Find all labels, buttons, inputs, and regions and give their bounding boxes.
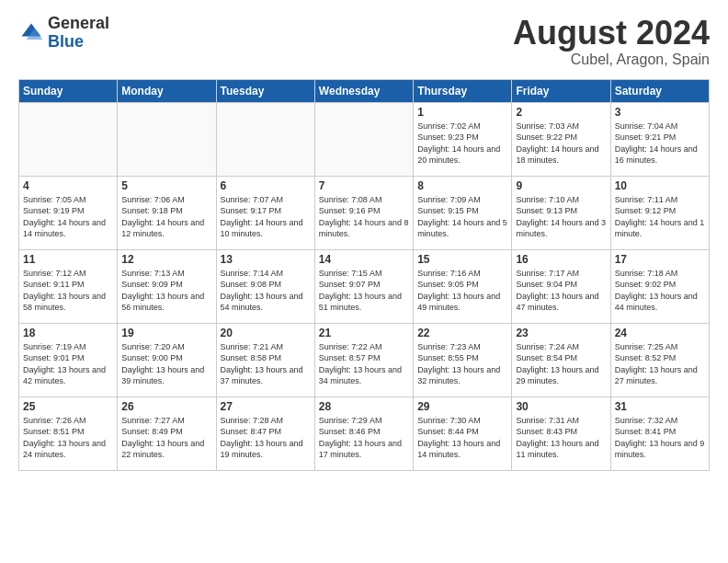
day-number: 5 — [121, 179, 211, 192]
calendar-day-cell: 26Sunrise: 7:27 AM Sunset: 8:49 PM Dayli… — [118, 396, 216, 470]
day-number: 27 — [221, 400, 311, 413]
calendar-day-header: Sunday — [19, 79, 118, 102]
day-number: 11 — [23, 253, 113, 266]
calendar-day-cell: 3Sunrise: 7:04 AM Sunset: 9:21 PM Daylig… — [610, 102, 709, 176]
calendar-day-cell: 16Sunrise: 7:17 AM Sunset: 9:04 PM Dayli… — [512, 249, 610, 323]
calendar-table: SundayMondayTuesdayWednesdayThursdayFrid… — [18, 79, 710, 471]
day-info: Sunrise: 7:09 AM Sunset: 9:15 PM Dayligh… — [417, 194, 507, 240]
calendar-day-cell: 15Sunrise: 7:16 AM Sunset: 9:05 PM Dayli… — [414, 249, 512, 323]
calendar-header-row: SundayMondayTuesdayWednesdayThursdayFrid… — [19, 79, 710, 102]
day-number: 12 — [121, 253, 211, 266]
day-info: Sunrise: 7:18 AM Sunset: 9:02 PM Dayligh… — [615, 268, 705, 314]
day-number: 18 — [23, 327, 113, 339]
main-title: August 2024 — [513, 15, 710, 52]
day-info: Sunrise: 7:07 AM Sunset: 9:17 PM Dayligh… — [221, 194, 311, 240]
calendar-day-cell: 28Sunrise: 7:29 AM Sunset: 8:46 PM Dayli… — [314, 396, 413, 470]
day-number: 17 — [615, 253, 705, 266]
day-info: Sunrise: 7:21 AM Sunset: 8:58 PM Dayligh… — [221, 341, 311, 387]
calendar-day-cell — [216, 102, 314, 176]
day-number: 13 — [221, 253, 311, 266]
page: General Blue August 2024 Cubel, Aragon, … — [0, 0, 728, 563]
calendar-day-cell: 31Sunrise: 7:32 AM Sunset: 8:41 PM Dayli… — [610, 396, 709, 470]
day-info: Sunrise: 7:15 AM Sunset: 9:07 PM Dayligh… — [319, 268, 409, 314]
calendar-day-cell: 30Sunrise: 7:31 AM Sunset: 8:43 PM Dayli… — [512, 396, 610, 470]
day-number: 10 — [615, 179, 705, 192]
day-number: 25 — [23, 400, 113, 413]
calendar-day-header: Wednesday — [314, 79, 413, 102]
calendar-day-cell: 19Sunrise: 7:20 AM Sunset: 9:00 PM Dayli… — [118, 323, 216, 396]
calendar-day-cell — [118, 102, 216, 176]
calendar-day-cell: 17Sunrise: 7:18 AM Sunset: 9:02 PM Dayli… — [610, 249, 709, 323]
calendar-day-cell: 29Sunrise: 7:30 AM Sunset: 8:44 PM Dayli… — [414, 396, 512, 470]
logo-text: General Blue — [48, 15, 109, 52]
day-info: Sunrise: 7:14 AM Sunset: 9:08 PM Dayligh… — [221, 268, 311, 314]
calendar-day-cell: 10Sunrise: 7:11 AM Sunset: 9:12 PM Dayli… — [610, 176, 709, 249]
calendar-day-cell: 7Sunrise: 7:08 AM Sunset: 9:16 PM Daylig… — [314, 176, 413, 249]
calendar-day-cell: 13Sunrise: 7:14 AM Sunset: 9:08 PM Dayli… — [216, 249, 314, 323]
day-info: Sunrise: 7:05 AM Sunset: 9:19 PM Dayligh… — [23, 194, 113, 240]
day-number: 24 — [615, 327, 705, 339]
day-info: Sunrise: 7:27 AM Sunset: 8:49 PM Dayligh… — [121, 415, 211, 461]
logo: General Blue — [18, 15, 109, 52]
day-info: Sunrise: 7:12 AM Sunset: 9:11 PM Dayligh… — [23, 268, 113, 314]
calendar-day-cell: 22Sunrise: 7:23 AM Sunset: 8:55 PM Dayli… — [414, 323, 512, 396]
day-info: Sunrise: 7:31 AM Sunset: 8:43 PM Dayligh… — [516, 415, 606, 461]
logo-blue-text: Blue — [48, 33, 109, 52]
day-number: 30 — [516, 400, 606, 413]
day-number: 15 — [417, 253, 507, 266]
calendar-week-row: 4Sunrise: 7:05 AM Sunset: 9:19 PM Daylig… — [19, 176, 710, 249]
title-block: August 2024 Cubel, Aragon, Spain — [513, 15, 710, 68]
day-info: Sunrise: 7:28 AM Sunset: 8:47 PM Dayligh… — [221, 415, 311, 461]
day-info: Sunrise: 7:19 AM Sunset: 9:01 PM Dayligh… — [23, 341, 113, 387]
day-info: Sunrise: 7:10 AM Sunset: 9:13 PM Dayligh… — [516, 194, 606, 240]
day-info: Sunrise: 7:02 AM Sunset: 9:23 PM Dayligh… — [417, 121, 507, 167]
calendar-week-row: 1Sunrise: 7:02 AM Sunset: 9:23 PM Daylig… — [19, 102, 710, 176]
day-number: 26 — [121, 400, 211, 413]
day-info: Sunrise: 7:25 AM Sunset: 8:52 PM Dayligh… — [615, 341, 705, 387]
day-number: 29 — [417, 400, 507, 413]
calendar-day-cell: 27Sunrise: 7:28 AM Sunset: 8:47 PM Dayli… — [216, 396, 314, 470]
day-info: Sunrise: 7:11 AM Sunset: 9:12 PM Dayligh… — [615, 194, 705, 240]
calendar-day-cell: 12Sunrise: 7:13 AM Sunset: 9:09 PM Dayli… — [118, 249, 216, 323]
calendar-day-cell: 11Sunrise: 7:12 AM Sunset: 9:11 PM Dayli… — [19, 249, 118, 323]
day-number: 7 — [319, 179, 409, 192]
header: General Blue August 2024 Cubel, Aragon, … — [18, 15, 710, 68]
day-info: Sunrise: 7:08 AM Sunset: 9:16 PM Dayligh… — [319, 194, 409, 240]
day-number: 31 — [615, 400, 705, 413]
calendar-week-row: 18Sunrise: 7:19 AM Sunset: 9:01 PM Dayli… — [19, 323, 710, 396]
calendar-day-cell: 9Sunrise: 7:10 AM Sunset: 9:13 PM Daylig… — [512, 176, 610, 249]
day-number: 9 — [516, 179, 606, 192]
calendar-day-header: Saturday — [610, 79, 709, 102]
day-info: Sunrise: 7:30 AM Sunset: 8:44 PM Dayligh… — [417, 415, 507, 461]
calendar-day-cell: 14Sunrise: 7:15 AM Sunset: 9:07 PM Dayli… — [314, 249, 413, 323]
calendar-day-cell: 4Sunrise: 7:05 AM Sunset: 9:19 PM Daylig… — [19, 176, 118, 249]
day-info: Sunrise: 7:04 AM Sunset: 9:21 PM Dayligh… — [615, 121, 705, 167]
day-info: Sunrise: 7:23 AM Sunset: 8:55 PM Dayligh… — [417, 341, 507, 387]
day-number: 3 — [615, 106, 705, 119]
calendar-day-header: Tuesday — [216, 79, 314, 102]
logo-icon — [18, 20, 44, 46]
day-number: 23 — [516, 327, 606, 339]
calendar-day-cell: 1Sunrise: 7:02 AM Sunset: 9:23 PM Daylig… — [414, 102, 512, 176]
day-info: Sunrise: 7:26 AM Sunset: 8:51 PM Dayligh… — [23, 415, 113, 461]
day-number: 8 — [417, 179, 507, 192]
calendar-day-cell: 18Sunrise: 7:19 AM Sunset: 9:01 PM Dayli… — [19, 323, 118, 396]
calendar-week-row: 11Sunrise: 7:12 AM Sunset: 9:11 PM Dayli… — [19, 249, 710, 323]
day-info: Sunrise: 7:24 AM Sunset: 8:54 PM Dayligh… — [516, 341, 606, 387]
calendar-day-header: Monday — [118, 79, 216, 102]
day-info: Sunrise: 7:20 AM Sunset: 9:00 PM Dayligh… — [121, 341, 211, 387]
logo-general-text: General — [48, 15, 109, 33]
calendar-day-cell — [19, 102, 118, 176]
calendar-day-cell: 21Sunrise: 7:22 AM Sunset: 8:57 PM Dayli… — [314, 323, 413, 396]
day-info: Sunrise: 7:22 AM Sunset: 8:57 PM Dayligh… — [319, 341, 409, 387]
day-info: Sunrise: 7:17 AM Sunset: 9:04 PM Dayligh… — [516, 268, 606, 314]
calendar-day-cell: 8Sunrise: 7:09 AM Sunset: 9:15 PM Daylig… — [414, 176, 512, 249]
day-number: 16 — [516, 253, 606, 266]
day-info: Sunrise: 7:16 AM Sunset: 9:05 PM Dayligh… — [417, 268, 507, 314]
day-number: 28 — [319, 400, 409, 413]
day-info: Sunrise: 7:03 AM Sunset: 9:22 PM Dayligh… — [516, 121, 606, 167]
calendar-day-cell: 24Sunrise: 7:25 AM Sunset: 8:52 PM Dayli… — [610, 323, 709, 396]
day-info: Sunrise: 7:13 AM Sunset: 9:09 PM Dayligh… — [121, 268, 211, 314]
day-number: 1 — [417, 106, 507, 119]
calendar-week-row: 25Sunrise: 7:26 AM Sunset: 8:51 PM Dayli… — [19, 396, 710, 470]
